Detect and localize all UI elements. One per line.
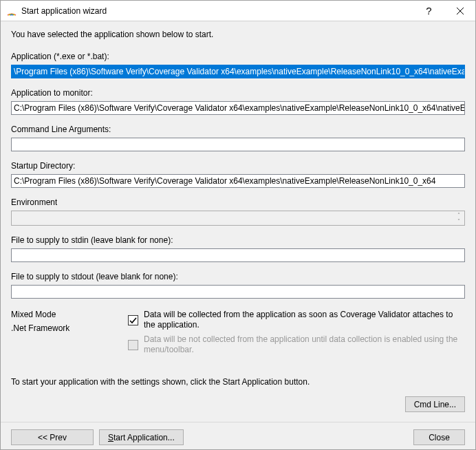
cmd-line-button[interactable]: Cmd Line... xyxy=(405,396,465,412)
help-button[interactable]: ? xyxy=(413,1,444,21)
args-input[interactable] xyxy=(11,138,465,151)
net-framework-label: .Net Framework xyxy=(11,323,128,333)
collect-immediately-label: Data will be collected from the applicat… xyxy=(144,310,465,330)
monitor-label: Application to monitor: xyxy=(11,88,465,100)
stdin-label: File to supply to stdin (leave blank for… xyxy=(11,235,465,247)
mixed-right-col: Data will be collected from the applicat… xyxy=(128,310,465,355)
chevron-down-icon[interactable]: ˅ xyxy=(453,218,464,224)
application-input[interactable]: \Program Files (x86)\Software Verify\Cov… xyxy=(11,65,465,78)
env-label: Environment xyxy=(11,197,465,209)
collect-deferred-checkbox-row: Data will be not collected from the appl… xyxy=(128,334,465,355)
stdin-group: File to supply to stdin (leave blank for… xyxy=(11,233,465,262)
start-application-button[interactable]: Start Application... xyxy=(99,429,184,445)
start-instruction: To start your application with the setti… xyxy=(11,377,465,387)
close-icon xyxy=(457,8,464,14)
monitor-input[interactable]: C:\Program Files (x86)\Software Verify\C… xyxy=(11,101,465,115)
window-title: Start application wizard xyxy=(21,6,413,16)
button-bar: << Prev Start Application... Close xyxy=(11,429,465,445)
startup-label: Startup Directory: xyxy=(11,161,465,173)
checkmark-icon xyxy=(129,316,138,325)
startup-input[interactable]: C:\Program Files (x86)\Software Verify\C… xyxy=(11,174,465,188)
application-label: Application (*.exe or *.bat): xyxy=(11,52,465,63)
application-group: Application (*.exe or *.bat): \Program F… xyxy=(11,49,465,78)
stdout-input[interactable] xyxy=(11,285,465,299)
titlebar: Start application wizard ? xyxy=(1,1,475,21)
collect-deferred-label: Data will be not collected from the appl… xyxy=(144,334,465,355)
app-icon xyxy=(6,6,17,17)
stdin-input[interactable] xyxy=(11,248,465,262)
chevron-up-icon[interactable]: ˄ xyxy=(453,212,464,218)
close-window-button[interactable] xyxy=(444,1,475,21)
collect-deferred-checkbox xyxy=(128,340,138,350)
stdout-label: File to supply to stdout (leave blank fo… xyxy=(11,272,465,283)
args-group: Command Line Arguments: xyxy=(11,122,465,151)
footer-separator xyxy=(1,422,475,422)
wizard-window: Start application wizard ? You have sele… xyxy=(0,0,476,450)
prev-button[interactable]: << Prev xyxy=(11,429,94,445)
wizard-body: You have selected the application shown … xyxy=(1,21,475,449)
close-button[interactable]: Close xyxy=(413,429,465,445)
intro-text: You have selected the application shown … xyxy=(11,30,465,39)
body-spacer xyxy=(11,355,465,377)
args-label: Command Line Arguments: xyxy=(11,125,465,136)
cmd-row: Cmd Line... xyxy=(11,396,465,412)
collect-immediately-checkbox-row: Data will be collected from the applicat… xyxy=(128,310,465,330)
mixed-mode-label: Mixed Mode xyxy=(11,310,128,319)
monitor-group: Application to monitor: C:\Program Files… xyxy=(11,85,465,115)
env-input[interactable]: ˄ ˅ xyxy=(11,211,465,226)
env-spinner[interactable]: ˄ ˅ xyxy=(453,212,464,224)
env-group: Environment ˄ ˅ xyxy=(11,195,465,226)
mixed-left-col: Mixed Mode .Net Framework xyxy=(11,310,128,333)
startup-group: Startup Directory: C:\Program Files (x86… xyxy=(11,158,465,188)
collect-immediately-checkbox[interactable] xyxy=(128,315,138,325)
mixed-mode-row: Mixed Mode .Net Framework Data will be c… xyxy=(11,310,465,355)
stdout-group: File to supply to stdout (leave blank fo… xyxy=(11,269,465,299)
